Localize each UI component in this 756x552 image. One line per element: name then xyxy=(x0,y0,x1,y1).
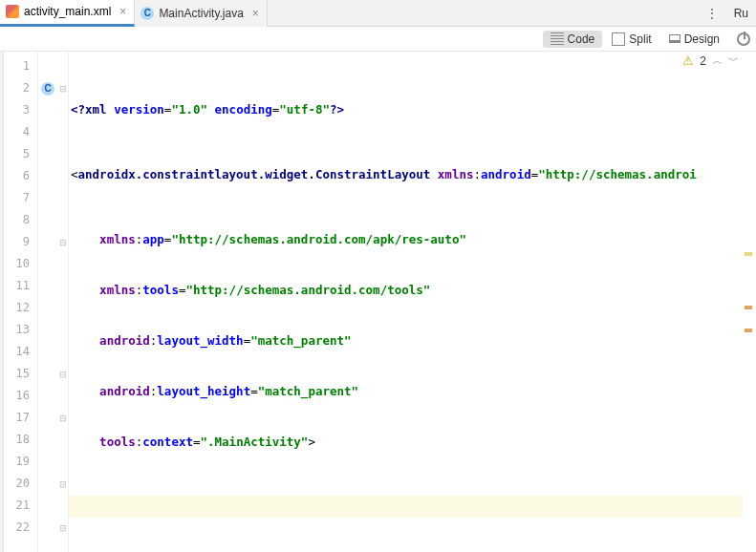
line-number[interactable]: 6 xyxy=(4,165,37,187)
line-number[interactable]: 16 xyxy=(4,385,37,407)
close-icon[interactable]: × xyxy=(252,7,259,20)
line-number[interactable]: 1 xyxy=(4,55,37,77)
fold-end-icon[interactable]: ⊟ xyxy=(57,517,68,539)
tab-activity-main-xml[interactable]: activity_main.xml × xyxy=(0,0,135,27)
tab-overflow-icon[interactable]: ⋮ xyxy=(698,6,726,21)
view-mode-split[interactable]: Split xyxy=(604,31,659,48)
line-number[interactable]: 11 xyxy=(4,275,37,297)
line-number[interactable]: 22 xyxy=(4,517,37,539)
line-number[interactable]: 15 xyxy=(4,363,37,385)
tab-main-activity-java[interactable]: C MainActivity.java × xyxy=(135,0,268,27)
line-number-gutter: 1 2 3 4 5 6 7 8 9 10 11 12 13 14 15 16 1… xyxy=(4,52,38,552)
line-number[interactable]: 19 xyxy=(4,451,37,473)
line-number[interactable]: 7 xyxy=(4,187,37,209)
line-number[interactable]: 9 xyxy=(4,231,37,253)
code-editor: 1 2 3 4 5 6 7 8 9 10 11 12 13 14 15 16 1… xyxy=(0,52,756,552)
power-icon[interactable] xyxy=(737,32,750,46)
line-number[interactable]: 18 xyxy=(4,429,37,451)
view-mode-label: Split xyxy=(629,32,651,46)
view-mode-label: Design xyxy=(684,32,720,46)
line-number[interactable]: 13 xyxy=(4,319,37,341)
line-number[interactable]: 4 xyxy=(4,121,37,143)
line-number[interactable]: 14 xyxy=(4,341,37,363)
warning-marker[interactable] xyxy=(745,329,752,332)
line-number[interactable]: 8 xyxy=(4,209,37,231)
tab-label: activity_main.xml xyxy=(24,5,111,18)
view-mode-design[interactable]: Design xyxy=(661,31,727,48)
gutter-icon-column: C xyxy=(38,52,57,552)
run-button[interactable]: Ru xyxy=(726,7,756,20)
line-number[interactable]: 5 xyxy=(4,143,37,165)
fold-toggle-icon[interactable]: ⊟ xyxy=(57,231,68,253)
view-mode-code[interactable]: Code xyxy=(543,31,603,48)
class-gutter-icon[interactable]: C xyxy=(41,82,54,96)
fold-toggle-icon[interactable]: ⊟ xyxy=(57,407,68,429)
line-number[interactable]: 3 xyxy=(4,99,37,121)
line-number[interactable]: 17 xyxy=(4,407,37,429)
line-number[interactable]: 10 xyxy=(4,253,37,275)
view-mode-label: Code xyxy=(568,32,595,46)
fold-toggle-icon[interactable]: ⊟ xyxy=(57,77,68,99)
warning-marker[interactable] xyxy=(745,252,752,256)
code-area[interactable]: <?xml version="1.0" encoding="utf-8"?> <… xyxy=(69,52,743,552)
warning-marker[interactable] xyxy=(745,306,752,309)
fold-end-icon[interactable]: ⊟ xyxy=(57,473,68,495)
line-number[interactable]: 21 xyxy=(4,495,37,517)
run-label: Ru xyxy=(734,7,748,20)
editor-tab-bar: activity_main.xml × C MainActivity.java … xyxy=(0,0,756,27)
fold-gutter: ⊟ ⊟ ⊟ ⊟ ⊟ ⊟ xyxy=(57,52,69,552)
xml-file-icon xyxy=(6,5,19,18)
line-number[interactable]: 12 xyxy=(4,297,37,319)
fold-end-icon[interactable]: ⊟ xyxy=(57,363,68,385)
editor-view-mode-bar: Code Split Design xyxy=(0,27,756,52)
line-number[interactable]: 2 xyxy=(4,77,37,99)
error-stripe[interactable] xyxy=(743,52,756,552)
design-icon xyxy=(669,34,680,43)
code-icon xyxy=(551,32,564,46)
tab-label: MainActivity.java xyxy=(159,7,243,20)
java-class-icon: C xyxy=(140,7,154,20)
split-icon xyxy=(612,32,625,46)
close-icon[interactable]: × xyxy=(119,5,126,18)
line-number[interactable]: 20 xyxy=(4,473,37,495)
